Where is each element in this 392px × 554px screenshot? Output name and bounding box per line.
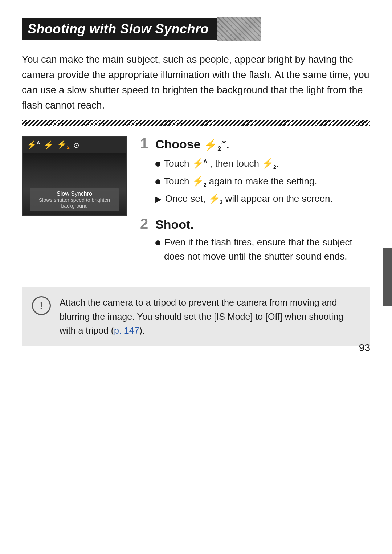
page-number: 93 bbox=[359, 342, 370, 354]
camera-screen-body: Slow Synchro Slows shutter speed to brig… bbox=[23, 153, 126, 216]
flash-icon-on: ⚡ bbox=[44, 140, 53, 150]
step-2-bullets: Even if the flash fires, ensure that the… bbox=[155, 235, 370, 264]
note-text: Attach the camera to a tripod to prevent… bbox=[60, 296, 360, 338]
step-2-bullet-1: Even if the flash fires, ensure that the… bbox=[155, 235, 370, 264]
steps-section: 1 Choose ⚡2✶. Touch ⚡A , then touch ⚡2. … bbox=[140, 136, 370, 274]
flash-icon-auto: ⚡A bbox=[27, 140, 40, 150]
step-1-bullet-3: ▶ Once set, ⚡2 will appear on the screen… bbox=[155, 192, 370, 206]
bullet-dot-2 bbox=[155, 179, 160, 184]
step-1-icon: ⚡2✶. bbox=[204, 139, 229, 151]
camera-label: Slow Synchro bbox=[33, 191, 115, 197]
page-title: Shooting with Slow Synchro bbox=[22, 18, 217, 40]
step-1-number: 1 bbox=[140, 136, 152, 151]
intro-paragraph: You can make the main subject, such as p… bbox=[22, 52, 370, 113]
step-2-number: 2 bbox=[140, 216, 152, 231]
step-1-bullets: Touch ⚡A , then touch ⚡2. Touch ⚡2 again… bbox=[155, 156, 370, 206]
flash-icon-slow: ⚡2 bbox=[57, 140, 69, 150]
step-1-bullet-1-text: Touch ⚡A , then touch ⚡2. bbox=[164, 156, 279, 171]
step-2-header: 2 Shoot. bbox=[140, 216, 370, 232]
camera-screenshot: ⚡A ⚡ ⚡2 ⊙ Slow Synchro Slows shutter spe… bbox=[22, 136, 127, 216]
bullet-dot-1 bbox=[155, 162, 160, 167]
note-link[interactable]: p. 147 bbox=[114, 325, 139, 335]
step-1-header: 1 Choose ⚡2✶. bbox=[140, 136, 370, 153]
stripe-separator bbox=[22, 120, 370, 126]
title-bar: Shooting with Slow Synchro bbox=[22, 17, 370, 41]
bullet-arrow-1: ▶ bbox=[155, 193, 162, 205]
settings-icon: ⊙ bbox=[73, 141, 79, 150]
page-container: Shooting with Slow Synchro You can make … bbox=[0, 0, 392, 368]
step-2-title: Shoot. bbox=[155, 217, 194, 232]
note-text-before: Attach the camera to a tripod to prevent… bbox=[60, 297, 343, 336]
bullet-dot-3 bbox=[155, 240, 160, 245]
right-edge-tab bbox=[383, 248, 392, 306]
content-row: ⚡A ⚡ ⚡2 ⊙ Slow Synchro Slows shutter spe… bbox=[22, 136, 370, 274]
step-1: 1 Choose ⚡2✶. Touch ⚡A , then touch ⚡2. … bbox=[140, 136, 370, 206]
step-1-bullet-2-text: Touch ⚡2 again to make the setting. bbox=[164, 174, 317, 189]
camera-top-bar: ⚡A ⚡ ⚡2 ⊙ bbox=[23, 137, 126, 153]
camera-label-box: Slow Synchro Slows shutter speed to brig… bbox=[30, 188, 119, 211]
note-text-after: ). bbox=[139, 325, 145, 335]
step-1-bullet-3-text: Once set, ⚡2 will appear on the screen. bbox=[165, 192, 333, 206]
step-2-bullet-1-text: Even if the flash fires, ensure that the… bbox=[164, 235, 370, 264]
note-box: ! Attach the camera to a tripod to preve… bbox=[22, 287, 370, 346]
step-1-title: Choose ⚡2✶. bbox=[155, 137, 229, 153]
title-image bbox=[217, 17, 261, 41]
step-2: 2 Shoot. Even if the flash fires, ensure… bbox=[140, 216, 370, 264]
note-icon: ! bbox=[32, 296, 51, 315]
step-1-bullet-1: Touch ⚡A , then touch ⚡2. bbox=[155, 156, 370, 171]
step-1-bullet-2: Touch ⚡2 again to make the setting. bbox=[155, 174, 370, 189]
camera-sublabel: Slows shutter speed to brighten backgrou… bbox=[33, 197, 115, 209]
flash-icons: ⚡A ⚡ ⚡2 ⊙ bbox=[27, 140, 79, 150]
